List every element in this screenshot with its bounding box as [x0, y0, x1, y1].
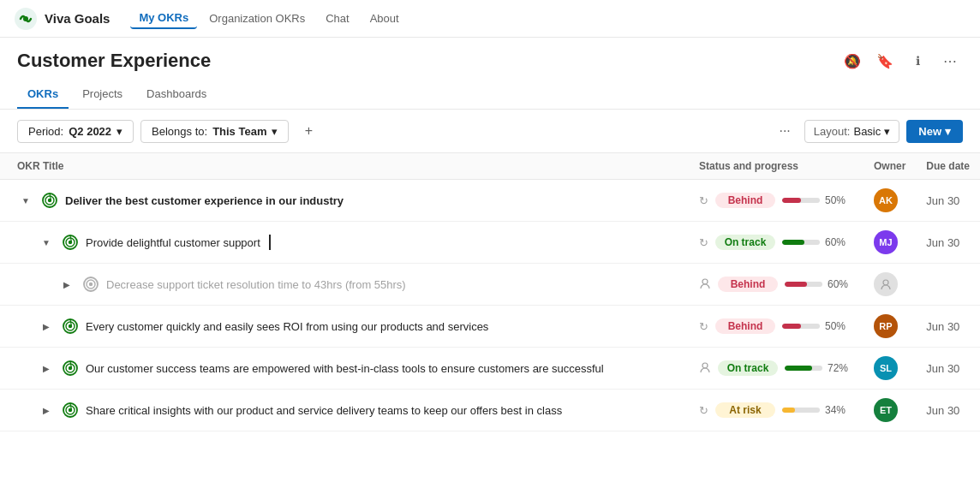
status-cell: ↻Behind50%: [689, 180, 863, 222]
progress-bar: [785, 366, 822, 371]
okr-title: Decrease support ticket resolution time …: [106, 278, 406, 291]
col-due: Due date: [916, 153, 980, 180]
progress-fill: [782, 324, 801, 329]
title-cell: ▼ Provide delightful customer support: [0, 225, 689, 259]
update-icon: [699, 277, 711, 292]
progress-fill: [782, 240, 804, 245]
status-cell: Behind60%: [689, 264, 863, 306]
avatar-placeholder: [874, 272, 898, 296]
owner-cell: RP: [863, 306, 916, 348]
table-row[interactable]: ▶ Our customer success teams are empower…: [0, 348, 980, 390]
notifications-button[interactable]: 🔕: [840, 48, 865, 74]
bookmark-button[interactable]: 🔖: [872, 48, 898, 74]
layout-selector[interactable]: Layout: Basic ▾: [804, 120, 899, 143]
progress-percent: 50%: [825, 194, 851, 206]
layout-chevron-icon: ▾: [884, 125, 890, 138]
expand-button[interactable]: ▶: [38, 360, 55, 377]
due-date: [916, 264, 980, 306]
okr-title: Share critical insights with our product…: [86, 404, 562, 417]
add-icon: +: [305, 123, 313, 139]
due-date: Jun 30: [916, 180, 980, 222]
okr-goal-icon: [62, 234, 79, 251]
expand-button[interactable]: ▶: [58, 276, 75, 293]
progress-percent: 72%: [828, 362, 853, 374]
table-row[interactable]: ▶ Every customer quickly and easily sees…: [0, 306, 980, 348]
period-label: Period:: [28, 125, 63, 138]
progress-bar: [782, 198, 820, 203]
update-icon: ↻: [699, 320, 708, 333]
nav-my-okrs[interactable]: My OKRs: [130, 8, 197, 29]
progress-percent: 60%: [828, 278, 853, 290]
period-filter[interactable]: Period: Q2 2022 ▾: [17, 120, 134, 143]
page-header: Customer Experience 🔕 🔖 ℹ ⋯ OKRs Project…: [0, 38, 980, 110]
table-row[interactable]: ▶ Share critical insights with our produ…: [0, 390, 980, 431]
title-cell: ▶ Every customer quickly and easily sees…: [0, 309, 689, 343]
layout-value: Basic: [853, 125, 881, 138]
progress-fill: [782, 408, 795, 413]
table-row[interactable]: ▼ Deliver the best customer experience i…: [0, 180, 980, 222]
svg-point-10: [89, 283, 93, 286]
expand-button[interactable]: ▶: [38, 402, 55, 419]
progress-bar: [782, 240, 820, 245]
update-icon: [699, 361, 711, 376]
info-button[interactable]: ℹ: [905, 48, 930, 74]
main-nav: My OKRs Organization OKRs Chat About: [130, 8, 407, 29]
page-tabs: OKRs Projects Dashboards: [17, 80, 963, 109]
belongs-chevron-icon: ▾: [272, 125, 278, 138]
add-filter-button[interactable]: +: [296, 118, 321, 144]
status-cell: ↻At risk34%: [689, 390, 863, 431]
collapse-button[interactable]: ▼: [17, 192, 34, 209]
okr-table: OKR Title Status and progress Owner Due …: [0, 153, 980, 431]
okr-title: Every customer quickly and easily sees R…: [86, 320, 488, 333]
status-badge: At risk: [715, 402, 775, 418]
status-cell: On track72%: [689, 348, 863, 390]
new-label: New: [918, 125, 941, 138]
due-date: Jun 30: [916, 306, 980, 348]
nav-chat[interactable]: Chat: [317, 9, 357, 28]
svg-point-19: [702, 363, 708, 368]
ellipsis-icon: ···: [779, 123, 790, 139]
table-row[interactable]: ▶ Decrease support ticket resolution tim…: [0, 264, 980, 306]
owner-cell: AK: [863, 180, 916, 222]
belongs-filter[interactable]: Belongs to: This Team ▾: [140, 120, 289, 143]
status-badge: On track: [715, 235, 775, 250]
status-cell: ↻Behind50%: [689, 306, 863, 348]
tab-dashboards[interactable]: Dashboards: [136, 80, 217, 109]
period-chevron-icon: ▾: [117, 125, 122, 138]
more-options-button[interactable]: ⋯: [937, 48, 963, 74]
table-row[interactable]: ▼ Provide delightful customer support↻On…: [0, 222, 980, 264]
new-chevron-icon: ▾: [945, 125, 951, 138]
svg-point-1: [23, 16, 28, 21]
nav-about[interactable]: About: [362, 9, 408, 28]
app-name: Viva Goals: [45, 11, 110, 26]
status-badge: Behind: [715, 318, 775, 334]
okr-goal-icon: [62, 402, 79, 419]
text-cursor-indicator: [269, 235, 278, 250]
progress-bar: [782, 324, 820, 329]
logo-icon: [14, 7, 38, 31]
nav-org-okrs[interactable]: Organization OKRs: [200, 9, 314, 28]
okr-goal-icon: [62, 318, 79, 335]
avatar: RP: [874, 314, 898, 338]
update-icon: ↻: [699, 194, 708, 207]
info-icon: ℹ: [916, 54, 920, 68]
svg-point-12: [883, 280, 888, 285]
tab-projects[interactable]: Projects: [72, 80, 133, 109]
update-icon: ↻: [699, 236, 708, 249]
collapse-button[interactable]: ▼: [38, 234, 55, 251]
bell-slash-icon: 🔕: [844, 53, 861, 69]
expand-button[interactable]: ▶: [38, 318, 55, 335]
owner-cell: SL: [863, 348, 916, 390]
due-date: Jun 30: [916, 390, 980, 431]
progress-percent: 60%: [825, 236, 851, 248]
okr-title: Provide delightful customer support: [86, 236, 260, 249]
tab-okrs[interactable]: OKRs: [17, 80, 69, 109]
status-badge: Behind: [718, 277, 778, 292]
okr-list: ▼ Deliver the best customer experience i…: [0, 180, 980, 431]
title-cell: ▶ Share critical insights with our produ…: [0, 393, 689, 427]
toolbar-more-button[interactable]: ···: [772, 119, 797, 143]
new-button[interactable]: New ▾: [906, 120, 963, 143]
top-navigation: Viva Goals My OKRs Organization OKRs Cha…: [0, 0, 980, 38]
title-cell: ▶ Our customer success teams are empower…: [0, 351, 689, 385]
status-badge: Behind: [715, 193, 775, 208]
